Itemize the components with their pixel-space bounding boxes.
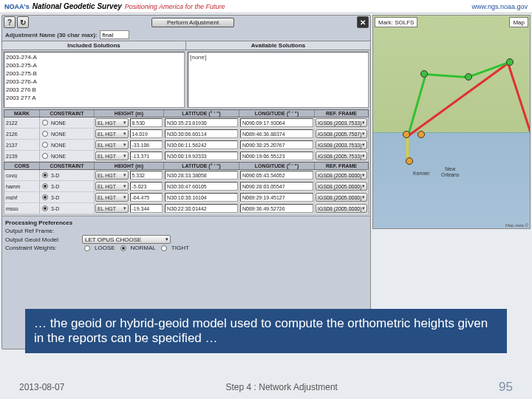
col-height2: HEIGHT (m) (95, 163, 164, 169)
lon-value[interactable]: N090:30:25.20767 (240, 140, 313, 149)
height-value[interactable]: 14.019 (130, 129, 163, 138)
height-type-dropdown[interactable]: EL HGT (95, 140, 129, 149)
list-item[interactable]: 2003-275-B (6, 69, 183, 78)
mark-cell: 2122 (4, 120, 19, 126)
available-header: Available Solutions (186, 41, 370, 50)
map-view-dropdown[interactable]: Map (509, 17, 528, 27)
list-item[interactable]: 2003 277 A (6, 94, 183, 102)
lat-value[interactable]: N30:06:11.56242 (165, 140, 238, 149)
col-longitude: LONGITUDE (° ' ") (239, 110, 315, 117)
tagline: Positioning America for the Future (125, 3, 225, 10)
height-value[interactable]: -33.106 (130, 140, 163, 149)
refframe-dropdown[interactable]: IGS08 (2003.7533) (316, 140, 367, 149)
height-value[interactable]: 5.332 (130, 171, 163, 180)
geoid-label: Output Geoid Model: (5, 236, 79, 243)
height-type-dropdown[interactable]: EL HGT (95, 118, 129, 127)
map-marker[interactable] (417, 131, 425, 138)
list-item[interactable]: 2003 276 B (6, 86, 183, 94)
lat-value[interactable]: N30:30:06.60114 (165, 129, 238, 138)
adj-name-input[interactable] (100, 30, 129, 39)
cors-table: CORS CONSTRAINT HEIGHT (m) LATITUDE (° '… (2, 162, 370, 214)
lon-value[interactable]: N090:19:06.55123 (240, 151, 313, 160)
adj-name-label: Adjustment Name (30 char max): (5, 32, 97, 38)
constraint-radio[interactable] (42, 205, 48, 211)
height-type-dropdown[interactable]: EL HGT (95, 193, 129, 202)
mark-filter-dropdown[interactable]: Mark: SOLFS (375, 17, 417, 27)
processing-preferences: Processing Preferences Output Ref Frame:… (2, 216, 370, 253)
refframe-dropdown[interactable]: IGS08 (2005.7507) (316, 129, 367, 138)
table-row: 2137NONEEL HGT-33.106N30:06:11.56242N090… (4, 140, 369, 151)
lat-value[interactable]: N30:00:19.92333 (165, 151, 238, 160)
col-cors: CORS (4, 163, 40, 169)
refframe-dropdown[interactable]: IGS08 (2005.0000) (316, 182, 367, 191)
height-value[interactable]: 8.530 (130, 118, 163, 127)
height-type-dropdown[interactable]: EL HGT (95, 151, 129, 160)
slide-caption: … the geoid or hybrid-geoid model used t… (25, 309, 507, 353)
list-item[interactable]: 2003-274-A (6, 53, 183, 61)
constraint-radio[interactable] (42, 120, 48, 126)
constraint-cell: 3-D (50, 195, 61, 200)
map-marker[interactable] (406, 157, 413, 165)
list-item[interactable]: 2003-276-A (6, 78, 183, 86)
lon-value[interactable]: N089:36:49.52726 (240, 204, 313, 213)
map-marker[interactable] (403, 131, 410, 138)
included-list[interactable]: 2003-274-A2003-275-A2003-275-B2003-276-A… (4, 52, 185, 108)
height-value[interactable]: -19.344 (130, 204, 163, 213)
available-list[interactable]: [none] (188, 52, 369, 108)
help-button[interactable]: ? (4, 16, 16, 28)
map-view[interactable]: Mark: SOLFS Map NewOrleans Kenner Map da… (372, 15, 531, 229)
height-value[interactable]: -5.023 (130, 182, 163, 191)
map-marker[interactable] (506, 58, 514, 66)
refframe-dropdown[interactable]: IGS08 (2005.7533) (316, 151, 367, 160)
close-button[interactable]: ✕ (357, 16, 369, 28)
height-type-dropdown[interactable]: EL HGT (95, 129, 129, 138)
map-marker[interactable] (465, 73, 472, 81)
radio-loose[interactable] (84, 245, 90, 251)
constraint-radio[interactable] (42, 142, 48, 148)
refframe-dropdown[interactable]: IGS08 (2005.0000) (316, 193, 367, 202)
lon-value[interactable]: N090:09:17.93064 (240, 118, 313, 127)
height-value[interactable]: -13.371 (130, 151, 163, 160)
refframe-dropdown[interactable]: IGS08 (2005.0000) (316, 204, 367, 213)
list-item[interactable]: [none] (190, 53, 366, 61)
constraint-radio[interactable] (42, 172, 48, 178)
refresh-button[interactable]: ↻ (17, 16, 29, 28)
constraint-radio[interactable] (42, 183, 48, 189)
lat-value[interactable]: N30:28:33.38058 (165, 171, 238, 180)
col-latitude: LATITUDE (° ' ") (164, 110, 239, 117)
constraint-radio[interactable] (42, 131, 48, 137)
height-type-dropdown[interactable]: EL HGT (95, 171, 129, 180)
col-refframe2: REF. FRAME (315, 163, 368, 169)
slide-footer: 2013-08-07 Step 4 : Network Adjustment 9… (0, 380, 532, 395)
radio-tight[interactable] (161, 245, 167, 251)
prefs-title: Processing Preferences (5, 219, 367, 226)
list-item[interactable]: 2003-275-A (6, 61, 183, 69)
lon-value[interactable]: N089:46:36.88374 (240, 129, 313, 138)
lon-value[interactable]: N090:28:03.05547 (240, 182, 313, 191)
lon-value[interactable]: N089:29:19.45127 (240, 193, 313, 202)
radio-normal[interactable] (120, 245, 126, 251)
constraint-radio[interactable] (42, 194, 48, 200)
height-type-dropdown[interactable]: EL HGT (95, 204, 129, 213)
table-row: 2139NONEEL HGT-13.371N30:00:19.92333N090… (4, 151, 369, 162)
refframe-dropdown[interactable]: IGS08 (2003.7533) (316, 118, 367, 127)
geoid-model-dropdown[interactable]: LET OPUS CHOOSE (82, 235, 171, 244)
perform-adjustment-button[interactable]: Perform Adjustment (151, 18, 234, 27)
table-row: mshf3-DEL HGT-64.475N30:10:30.16104N089:… (4, 192, 369, 203)
lat-value[interactable]: N30:22:30.01442 (165, 204, 238, 213)
refframe-dropdown[interactable]: IGS08 (2005.0000) (316, 171, 367, 180)
lon-value[interactable]: N090:05:43.54052 (240, 171, 313, 180)
mark-cell: hamm (4, 184, 21, 189)
lat-value[interactable]: N30:10:30.16104 (165, 193, 238, 202)
app-header: NOAA's National Geodetic Survey Position… (0, 0, 532, 13)
map-marker[interactable] (420, 70, 428, 78)
mark-cell: 2137 (4, 143, 19, 148)
ngs-title: National Geodetic Survey (33, 2, 122, 10)
mark-cell: msso (4, 206, 20, 211)
lat-value[interactable]: N30:30:47.60105 (165, 182, 238, 191)
mark-cell: covg (4, 173, 18, 178)
height-type-dropdown[interactable]: EL HGT (95, 182, 129, 191)
lat-value[interactable]: N30:35:23.81930 (165, 118, 238, 127)
constraint-radio[interactable] (42, 153, 48, 159)
height-value[interactable]: -64.475 (130, 193, 163, 202)
